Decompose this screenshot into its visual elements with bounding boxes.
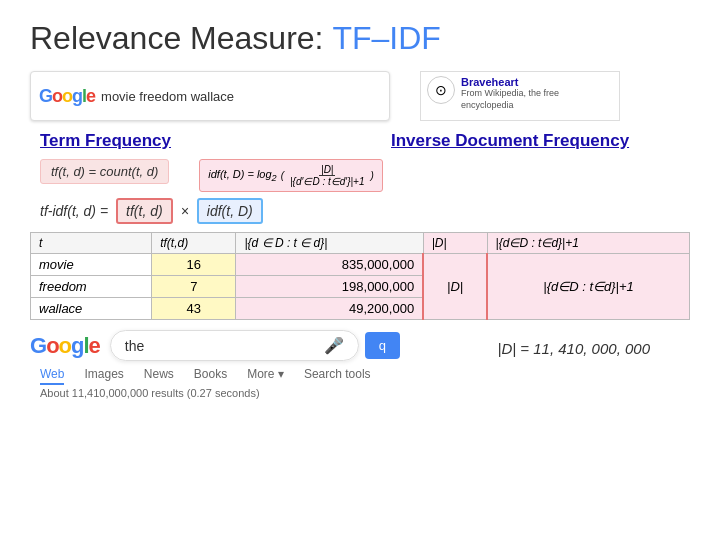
- labels-row: Term Frequency Inverse Document Frequenc…: [30, 131, 690, 151]
- google-nav-tabs: Web Images News Books More ▾ Search tool…: [40, 367, 400, 385]
- search-bar-bottom[interactable]: the 🎤: [110, 330, 359, 361]
- title-tf: TF: [332, 20, 371, 56]
- wiki-subtitle: From Wikipedia, the free encyclopedia: [461, 88, 613, 111]
- tf-freedom: 7: [152, 276, 236, 298]
- tab-images[interactable]: Images: [84, 367, 123, 385]
- wikipedia-result: ⊙ Braveheart From Wikipedia, the free en…: [420, 71, 620, 121]
- col-header-t: t: [31, 233, 152, 254]
- title-idf: IDF: [389, 20, 441, 56]
- bottom-google-search: Google the 🎤 q: [30, 330, 400, 361]
- results-info: About 11,410,000,000 results (0.27 secon…: [40, 387, 400, 399]
- term-freedom: freedom: [31, 276, 152, 298]
- col-header-docfreq: |{d ∈ D : t ∈ d}|: [236, 233, 423, 254]
- docfreq-wallace: 49,200,000: [236, 298, 423, 320]
- idf-formula-box: idf(t, D) = log2 ( |D| |{d′∈D : t∈d′}|+1…: [199, 159, 383, 192]
- docfreq-movie: 835,000,000: [236, 254, 423, 276]
- data-table: t tf(t,d) |{d ∈ D : t ∈ d}| |D| |{d∈D : …: [30, 232, 690, 320]
- wikipedia-logo: ⊙: [427, 76, 455, 104]
- term-wallace: wallace: [31, 298, 152, 320]
- search-button[interactable]: q: [365, 332, 400, 359]
- idf-fraction: |D| |{d′∈D : t∈d′}|+1: [288, 164, 366, 187]
- tab-web[interactable]: Web: [40, 367, 64, 385]
- col-header-denom: |{d∈D : t∈d}|+1: [487, 233, 689, 254]
- search-query: movie freedom wallace: [101, 89, 381, 104]
- bottom-right: |D| = 11, 410, 000, 000: [410, 330, 690, 357]
- title-separator: –: [371, 20, 389, 56]
- col-header-tf: tf(t,d): [152, 233, 236, 254]
- col-header-D: |D|: [423, 233, 487, 254]
- google-logo-bottom: Google: [30, 333, 100, 359]
- bottom-formula: |D| = 11, 410, 000, 000: [410, 340, 690, 357]
- tf-highlight: tf(t, d): [116, 198, 173, 224]
- idf-label: Inverse Document Frequency: [391, 131, 629, 151]
- top-section: Google movie freedom wallace ⊙ Bravehear…: [30, 71, 690, 121]
- combined-formula: tf-idf(t, d) = tf(t, d) × idf(t, D): [40, 198, 690, 224]
- term-movie: movie: [31, 254, 152, 276]
- google-search-mockup: Google movie freedom wallace: [30, 71, 390, 121]
- bottom-left: Google the 🎤 q Web Images News Books Mor…: [30, 330, 400, 403]
- denom-value: |{d∈D : t∈d}|+1: [487, 254, 689, 320]
- slide-title: Relevance Measure: TF–IDF: [30, 20, 690, 57]
- tf-label: Term Frequency: [40, 131, 171, 151]
- D-value: |D|: [423, 254, 487, 320]
- tf-formula-box: tf(t, d) = count(t, d): [40, 159, 169, 184]
- bottom-section: Google the 🎤 q Web Images News Books Mor…: [30, 330, 690, 403]
- docfreq-freedom: 198,000,000: [236, 276, 423, 298]
- tab-search-tools[interactable]: Search tools: [304, 367, 371, 385]
- tab-books[interactable]: Books: [194, 367, 227, 385]
- bottom-search-text: the: [125, 338, 316, 354]
- wiki-content: Braveheart From Wikipedia, the free ency…: [461, 76, 613, 111]
- mic-icon: 🎤: [324, 336, 344, 355]
- table-row: movie 16 835,000,000 |D| |{d∈D : t∈d}|+1: [31, 254, 690, 276]
- tab-more[interactable]: More ▾: [247, 367, 284, 385]
- title-prefix: Relevance Measure:: [30, 20, 332, 56]
- tab-news[interactable]: News: [144, 367, 174, 385]
- google-logo: Google: [39, 86, 95, 107]
- tf-wallace: 43: [152, 298, 236, 320]
- slide-container: Relevance Measure: TF–IDF Google movie f…: [0, 0, 720, 540]
- wiki-title: Braveheart: [461, 76, 613, 88]
- tf-movie: 16: [152, 254, 236, 276]
- idf-highlight: idf(t, D): [197, 198, 263, 224]
